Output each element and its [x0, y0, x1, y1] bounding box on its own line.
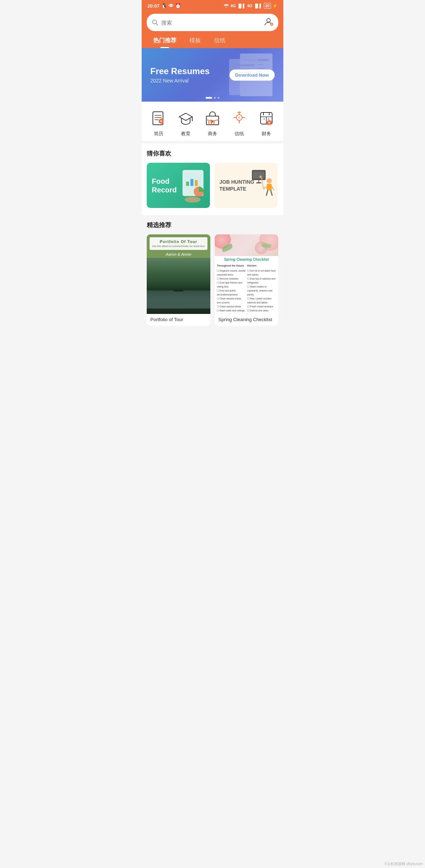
signal-bars: ▐▌▌ — [237, 4, 245, 8]
svg-point-37 — [238, 116, 240, 119]
tour-landscape — [147, 258, 210, 309]
letter-icon — [230, 109, 249, 128]
featured-title: 精选推荐 — [147, 221, 278, 229]
svg-rect-27 — [208, 121, 210, 124]
svg-rect-29 — [213, 120, 215, 124]
charging-icon: ⚡ — [272, 4, 278, 8]
recommend-section: 猜你喜欢 Food Record JOB HUNTING — [142, 144, 283, 215]
svg-rect-52 — [195, 180, 198, 186]
svg-line-61 — [263, 187, 267, 189]
food-card-decoration — [179, 166, 208, 203]
user-icon[interactable] — [264, 17, 273, 28]
spring-label: Spring Cleaning Checklist — [215, 314, 278, 326]
banner-dot-active — [206, 97, 212, 99]
recommend-title: 猜你喜欢 — [147, 149, 278, 158]
job-card-decoration — [251, 166, 275, 203]
recommend-scroll: Food Record JOB HUNTING TEMPLATE — [147, 163, 278, 212]
eye-icon: 👁 — [168, 3, 173, 9]
wifi-icon — [223, 4, 229, 8]
banner: Free Resumes 2022 New Arrival Download N… — [142, 48, 283, 102]
svg-rect-28 — [211, 120, 212, 124]
rec-card-job[interactable]: JOB HUNTING TEMPLATE — [214, 163, 278, 208]
tour-title-text: Portfolio Of Tour — [151, 239, 206, 244]
signal-4g-2: 4G — [247, 4, 253, 8]
svg-line-64 — [271, 190, 272, 195]
tab-letter[interactable]: 信纸 — [207, 35, 232, 48]
job-card-text: JOB HUNTING TEMPLATE — [219, 179, 254, 192]
education-icon — [176, 109, 195, 128]
category-finance-label: 财务 — [262, 131, 271, 137]
spring-col2: Kitchen ☐ Get rid of out-dated food and … — [247, 264, 276, 314]
status-right: 4G ▐▌▌ 4G ▐▌▌ 20 ⚡ — [223, 3, 278, 9]
featured-grid: Portfolio Of Tour Use this album to comm… — [147, 234, 278, 326]
banner-subtitle: 2022 New Arrival — [150, 78, 210, 84]
spring-title: Spring Cleaning Checklist — [215, 256, 278, 262]
qq-icon: 🐧 — [161, 3, 167, 9]
category-education-label: 教育 — [181, 131, 190, 137]
tour-header-bg: Portfolio Of Tour Use this album to comm… — [147, 234, 210, 258]
signal-4g-1: 4G — [231, 4, 236, 8]
svg-rect-56 — [253, 171, 265, 179]
category-letter-label: 信纸 — [235, 131, 244, 137]
svg-rect-50 — [186, 182, 189, 186]
svg-point-54 — [185, 197, 201, 203]
tour-image: Portfolio Of Tour Use this album to comm… — [147, 234, 210, 314]
status-bar: 20:07 🐧 👁 ⏰ 4G ▐▌▌ 4G ▐▌▌ 20 ⚡ — [142, 0, 283, 11]
signal-bars-2: ▐▌▌ — [254, 4, 262, 8]
svg-rect-51 — [190, 179, 193, 186]
spring-image: Spring Cleaning Checklist Throughout the… — [215, 234, 278, 314]
category-business[interactable]: 商务 — [203, 109, 222, 137]
svg-line-1 — [156, 24, 158, 25]
banner-text: Free Resumes 2022 New Arrival — [150, 66, 210, 84]
svg-rect-67 — [178, 288, 179, 292]
battery: 20 — [264, 3, 271, 9]
svg-rect-58 — [256, 182, 261, 183]
category-business-label: 商务 — [208, 131, 217, 137]
spring-content: Throughout the House ☐ Organize closets,… — [215, 262, 278, 314]
search-input[interactable] — [161, 20, 261, 26]
category-letter[interactable]: 信纸 — [230, 109, 249, 137]
category-grid: 简历 教育 — [145, 109, 280, 137]
category-resume[interactable]: 简历 — [149, 109, 168, 137]
search-icon — [152, 19, 158, 26]
svg-rect-60 — [267, 184, 272, 190]
svg-line-62 — [272, 187, 274, 190]
banner-dots — [206, 97, 219, 99]
tour-subtitle-text: Use this album to commemorate our world … — [151, 244, 206, 248]
category-education[interactable]: 教育 — [176, 109, 195, 137]
category-finance[interactable]: 财务 — [257, 109, 276, 137]
spring-col1: Throughout the House ☐ Organize closets,… — [217, 264, 246, 314]
banner-dot-3 — [218, 97, 219, 99]
svg-rect-13 — [233, 64, 254, 66]
resume-icon — [149, 109, 168, 128]
category-section: 简历 教育 — [142, 102, 283, 141]
business-icon — [203, 109, 222, 128]
status-left: 20:07 🐧 👁 ⏰ — [147, 3, 181, 9]
category-resume-label: 简历 — [154, 131, 163, 137]
banner-title: Free Resumes — [150, 66, 210, 77]
alarm-icon: ⏰ — [175, 3, 181, 9]
nav-tabs: 热门推荐 模板 信纸 — [147, 31, 278, 48]
tour-label: Portfolio of Tour — [147, 314, 210, 326]
featured-section: 精选推荐 Portfolio Of Tour Use this album to… — [142, 215, 283, 329]
header: 热门推荐 模板 信纸 — [142, 11, 283, 48]
svg-point-2 — [267, 18, 270, 22]
spring-floral — [215, 234, 278, 256]
tour-title-box: Portfolio Of Tour Use this album to comm… — [150, 237, 207, 250]
tour-names-text: Aaron & Annie — [150, 252, 207, 256]
featured-card-tour[interactable]: Portfolio Of Tour Use this album to comm… — [147, 234, 210, 326]
tab-template[interactable]: 模板 — [183, 35, 207, 48]
food-card-text: Food Record — [152, 177, 177, 194]
svg-line-63 — [266, 190, 268, 195]
banner-dot-2 — [214, 97, 216, 99]
time: 20:07 — [147, 3, 159, 9]
svg-rect-15 — [233, 72, 252, 73]
search-bar[interactable] — [147, 14, 278, 31]
svg-rect-14 — [233, 69, 249, 70]
tab-hot[interactable]: 热门推荐 — [147, 35, 183, 48]
featured-card-spring[interactable]: Spring Cleaning Checklist Throughout the… — [215, 234, 278, 326]
svg-point-59 — [267, 178, 272, 183]
rec-card-food[interactable]: Food Record — [147, 163, 210, 208]
finance-icon — [257, 109, 276, 128]
banner-decoration — [218, 48, 283, 102]
